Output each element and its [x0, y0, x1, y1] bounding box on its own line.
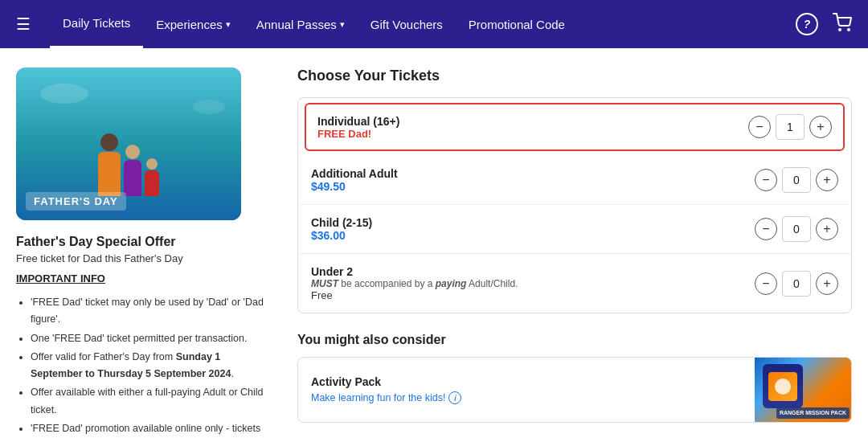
decrement-button-under2[interactable]: − [755, 272, 777, 295]
list-item: Offer available with either a full-payin… [31, 384, 273, 419]
quantity-child: 0 [782, 216, 811, 242]
bullet-list: 'FREE Dad' ticket may only be used by 'D… [16, 294, 273, 438]
decrement-button-additional-adult[interactable]: − [755, 169, 777, 191]
decrement-button-child[interactable]: − [755, 218, 777, 240]
navbar-right: ? [796, 13, 852, 36]
hero-image: FATHER'S DAY [16, 68, 241, 220]
navbar-links: Daily Tickets Experiences ▾ Annual Passe… [50, 0, 796, 48]
svg-point-0 [839, 29, 841, 31]
svg-point-1 [848, 29, 850, 31]
list-item: Offer valid for Father's Day from Sunday… [31, 349, 273, 383]
list-item: One 'FREE Dad' ticket permitted per tran… [31, 330, 273, 347]
ticket-name-child: Child (2-15) [311, 216, 755, 229]
ticket-info-under2: Under 2 MUST be accompanied by a paying … [311, 265, 755, 301]
fathers-day-badge: FATHER'S DAY [26, 192, 126, 211]
quantity-individual: 1 [776, 114, 805, 140]
ticket-row-under2: Under 2 MUST be accompanied by a paying … [298, 254, 851, 313]
ticket-row-individual: Individual (16+) FREE Dad! − 1 + [305, 103, 845, 151]
navbar-link-gift-vouchers[interactable]: Gift Vouchers [358, 0, 456, 48]
ticket-name-under2: Under 2 [311, 265, 755, 278]
stepper-child: − 0 + [755, 216, 838, 242]
decrement-button-individual[interactable]: − [748, 116, 771, 138]
activity-subtitle-text: Make learning fun for the kids! [311, 392, 445, 403]
tickets-box: Individual (16+) FREE Dad! − 1 + Additio… [297, 97, 852, 313]
ticket-free-under2: Free [311, 289, 755, 301]
activity-info: Activity Pack Make learning fun for the … [298, 364, 755, 415]
chevron-down-icon: ▾ [226, 19, 231, 30]
offer-subtitle: Free ticket for Dad this Father's Day [16, 252, 273, 264]
main-content: FATHER'S DAY Father's Day Special Offer … [0, 48, 868, 438]
ticket-info-individual: Individual (16+) FREE Dad! [317, 115, 748, 140]
cart-icon[interactable] [833, 13, 852, 36]
menu-icon[interactable]: ☰ [16, 14, 31, 34]
info-icon[interactable]: i [448, 391, 461, 404]
list-item: 'FREE Dad' ticket may only be used by 'D… [31, 294, 273, 329]
right-panel: Choose Your Tickets Individual (16+) FRE… [273, 68, 852, 438]
ticket-promo-individual: FREE Dad! [317, 128, 748, 140]
quantity-additional-adult: 0 [782, 167, 811, 193]
activity-name: Activity Pack [311, 375, 742, 388]
increment-button-child[interactable]: + [816, 218, 838, 240]
left-panel: FATHER'S DAY Father's Day Special Offer … [16, 68, 273, 438]
ticket-row-additional-adult: Additional Adult $49.50 − 0 + [298, 156, 851, 205]
quantity-under2: 0 [782, 271, 811, 297]
navbar-link-promo-code[interactable]: Promotional Code [456, 0, 578, 48]
offer-title: Father's Day Special Offer [16, 235, 273, 249]
activity-card[interactable]: Activity Pack Make learning fun for the … [297, 357, 852, 423]
important-info-link[interactable]: IMPORTANT INFO [16, 272, 273, 284]
activity-subtitle: Make learning fun for the kids! i [311, 391, 742, 404]
ticket-name-individual: Individual (16+) [317, 115, 748, 128]
stepper-individual: − 1 + [748, 114, 832, 140]
ticket-row-child: Child (2-15) $36.00 − 0 + [298, 205, 851, 254]
stepper-additional-adult: − 0 + [755, 167, 838, 193]
navbar-link-annual-passes[interactable]: Annual Passes ▾ [244, 0, 358, 48]
help-icon[interactable]: ? [796, 13, 818, 35]
list-item: 'FREE Dad' promotion available online on… [31, 420, 273, 438]
increment-button-under2[interactable]: + [816, 272, 838, 295]
navbar-link-daily-tickets[interactable]: Daily Tickets [50, 0, 143, 48]
ticket-price-additional-adult: $49.50 [311, 180, 755, 193]
increment-button-individual[interactable]: + [809, 116, 832, 138]
activity-image: RANGER MISSION PACK [755, 358, 851, 422]
choose-tickets-title: Choose Your Tickets [297, 68, 852, 84]
ticket-name-additional-adult: Additional Adult [311, 167, 755, 180]
chevron-down-icon: ▾ [340, 19, 345, 30]
ticket-price-child: $36.00 [311, 229, 755, 242]
navbar-link-experiences[interactable]: Experiences ▾ [143, 0, 244, 48]
also-consider-title: You might also consider [297, 333, 852, 347]
ticket-info-child: Child (2-15) $36.00 [311, 216, 755, 242]
ranger-badge-text: RANGER MISSION PACK [780, 409, 846, 417]
navbar: ☰ Daily Tickets Experiences ▾ Annual Pas… [0, 0, 868, 48]
stepper-under2: − 0 + [755, 271, 838, 297]
ticket-desc-under2: MUST be accompanied by a paying Adult/Ch… [311, 278, 755, 289]
ticket-info-additional-adult: Additional Adult $49.50 [311, 167, 755, 193]
increment-button-additional-adult[interactable]: + [816, 169, 838, 191]
